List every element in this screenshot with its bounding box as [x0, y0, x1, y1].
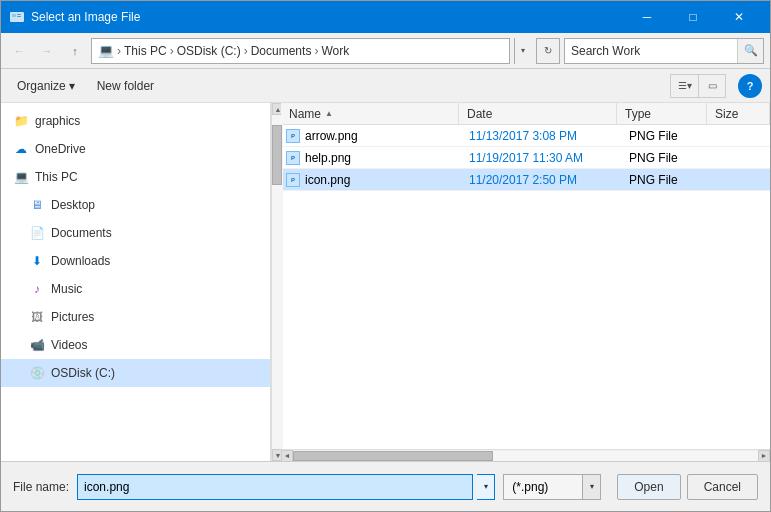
sidebar-item-pictures[interactable]: 🖼 Pictures — [1, 303, 270, 331]
open-button[interactable]: Open — [617, 474, 680, 500]
left-panel-container: 📁 graphics ☁ OneDrive 💻 This PC 🖥 Deskto… — [1, 103, 281, 461]
file-name-input-wrap: ▾ — [77, 474, 495, 500]
action-buttons: Open Cancel — [617, 474, 758, 500]
left-scrollbar: ▲ ▼ — [271, 103, 283, 461]
col-header-size[interactable]: Size — [707, 103, 770, 124]
file-type-display: (*.png) — [503, 474, 583, 500]
pictures-icon: 🖼 — [29, 309, 45, 325]
h-scroll-right-arrow[interactable]: ► — [758, 450, 770, 462]
file-name-arrow: P arrow.png — [281, 128, 461, 144]
new-folder-button[interactable]: New folder — [89, 76, 162, 96]
title-bar: Select an Image File ─ □ ✕ — [1, 1, 770, 33]
folder-icon: 📁 — [13, 113, 29, 129]
sidebar-item-documents[interactable]: 📄 Documents — [1, 219, 270, 247]
file-dialog-window: Select an Image File ─ □ ✕ ← → ↑ 💻 › Thi… — [0, 0, 771, 512]
col-header-type[interactable]: Type — [617, 103, 707, 124]
left-panel: 📁 graphics ☁ OneDrive 💻 This PC 🖥 Deskto… — [1, 103, 271, 461]
address-part-work: Work — [321, 44, 349, 58]
search-button[interactable]: 🔍 — [737, 38, 763, 64]
onedrive-icon: ☁ — [13, 141, 29, 157]
close-button[interactable]: ✕ — [716, 1, 762, 33]
toolbar-row: Organize ▾ New folder ☰▾ ▭ ? — [1, 69, 770, 103]
view-preview-button[interactable]: ▭ — [698, 74, 726, 98]
left-panel-inner: 📁 graphics ☁ OneDrive 💻 This PC 🖥 Deskto… — [1, 103, 270, 461]
view-group: ☰▾ ▭ — [670, 74, 726, 98]
sidebar-item-thispc[interactable]: 💻 This PC — [1, 163, 270, 191]
scroll-thumb[interactable] — [272, 125, 282, 185]
file-type-icon: PNG File — [621, 173, 711, 187]
right-panel: Name ▲ Date Type Size P — [281, 103, 770, 461]
address-bar-inner: 💻 › This PC › OSDisk (C:) › Documents › … — [98, 43, 349, 58]
png-file-icon-icon: P — [285, 172, 301, 188]
sidebar-item-downloads[interactable]: ⬇ Downloads — [1, 247, 270, 275]
file-name-dropdown-btn[interactable]: ▾ — [477, 474, 495, 500]
organize-button[interactable]: Organize ▾ — [9, 76, 83, 96]
disk-icon: 💿 — [29, 365, 45, 381]
file-type-dropdown-btn[interactable]: ▾ — [583, 474, 601, 500]
cancel-button[interactable]: Cancel — [687, 474, 758, 500]
videos-icon: 📹 — [29, 337, 45, 353]
col-header-name[interactable]: Name ▲ — [281, 103, 459, 124]
file-type-arrow: PNG File — [621, 129, 711, 143]
h-scroll-track — [293, 451, 758, 461]
new-folder-label: New folder — [97, 79, 154, 93]
sidebar-item-label-graphics: graphics — [35, 114, 80, 128]
file-row-help[interactable]: P help.png 11/19/2017 11:30 AM PNG File — [281, 147, 770, 169]
scroll-track — [272, 115, 283, 449]
png-file-icon-help: P — [285, 150, 301, 166]
sidebar-item-music[interactable]: ♪ Music — [1, 275, 270, 303]
file-type-help: PNG File — [621, 151, 711, 165]
file-date-arrow: 11/13/2017 3:08 PM — [461, 129, 621, 143]
sidebar-item-desktop[interactable]: 🖥 Desktop — [1, 191, 270, 219]
address-dropdown-btn[interactable]: ▾ — [514, 38, 530, 64]
h-scroll-thumb[interactable] — [293, 451, 493, 461]
svg-rect-1 — [12, 14, 16, 17]
address-bar[interactable]: 💻 › This PC › OSDisk (C:) › Documents › … — [91, 38, 510, 64]
png-file-icon: P — [285, 128, 301, 144]
help-button[interactable]: ? — [738, 74, 762, 98]
back-button[interactable]: ← — [7, 39, 31, 63]
file-date-icon: 11/20/2017 2:50 PM — [461, 173, 621, 187]
title-bar-controls: ─ □ ✕ — [624, 1, 762, 33]
svg-rect-3 — [17, 16, 21, 17]
file-name-input[interactable] — [77, 474, 473, 500]
address-part-thispc: This PC — [124, 44, 167, 58]
file-list: P arrow.png 11/13/2017 3:08 PM PNG File … — [281, 125, 770, 449]
up-button[interactable]: ↑ — [63, 39, 87, 63]
view-details-button[interactable]: ☰▾ — [670, 74, 698, 98]
refresh-button[interactable]: ↻ — [536, 38, 560, 64]
organize-label: Organize — [17, 79, 66, 93]
sidebar-item-onedrive[interactable]: ☁ OneDrive — [1, 135, 270, 163]
sidebar-item-osdisk[interactable]: 💿 OSDisk (C:) — [1, 359, 270, 387]
file-row-icon[interactable]: P icon.png 11/20/2017 2:50 PM PNG File — [281, 169, 770, 191]
sidebar-item-label-onedrive: OneDrive — [35, 142, 86, 156]
minimize-button[interactable]: ─ — [624, 1, 670, 33]
title-bar-title: Select an Image File — [31, 10, 624, 24]
documents-icon: 📄 — [29, 225, 45, 241]
organize-dropdown-icon: ▾ — [69, 79, 75, 93]
sidebar-item-label-videos: Videos — [51, 338, 87, 352]
downloads-icon: ⬇ — [29, 253, 45, 269]
search-input[interactable] — [565, 44, 737, 58]
file-row-arrow[interactable]: P arrow.png 11/13/2017 3:08 PM PNG File — [281, 125, 770, 147]
address-computer-icon: 💻 — [98, 43, 114, 58]
sidebar-item-label-thispc: This PC — [35, 170, 78, 184]
forward-button[interactable]: → — [35, 39, 59, 63]
computer-icon: 💻 — [13, 169, 29, 185]
sidebar-item-label-pictures: Pictures — [51, 310, 94, 324]
desktop-icon: 🖥 — [29, 197, 45, 213]
sidebar-item-graphics[interactable]: 📁 graphics — [1, 107, 270, 135]
music-icon: ♪ — [29, 281, 45, 297]
sort-arrow-name: ▲ — [325, 109, 333, 118]
svg-rect-2 — [17, 14, 21, 15]
maximize-button[interactable]: □ — [670, 1, 716, 33]
file-name-label: File name: — [13, 480, 69, 494]
address-bar-row: ← → ↑ 💻 › This PC › OSDisk (C:) › Docume… — [1, 33, 770, 69]
file-name-icon: P icon.png — [281, 172, 461, 188]
sidebar-item-label-music: Music — [51, 282, 82, 296]
h-scroll-left-arrow[interactable]: ◄ — [281, 450, 293, 462]
search-box: 🔍 — [564, 38, 764, 64]
col-header-date[interactable]: Date — [459, 103, 617, 124]
h-scrollbar: ◄ ► — [281, 449, 770, 461]
sidebar-item-videos[interactable]: 📹 Videos — [1, 331, 270, 359]
